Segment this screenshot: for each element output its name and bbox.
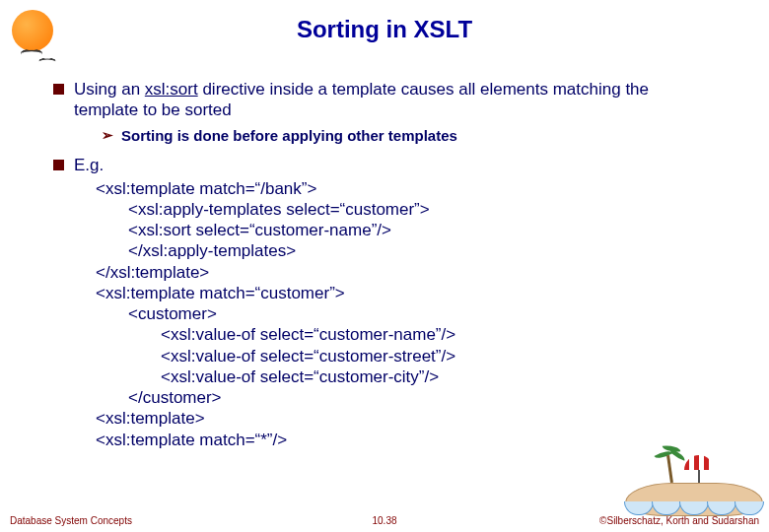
code-line: <xsl:value-of select=“customer-city”/> (96, 366, 716, 387)
arrow-bullet-icon: ➢ (102, 127, 113, 146)
bullet-item: E.g. <xsl:template match=“/bank”> <xsl:a… (53, 155, 716, 450)
code-line: <xsl:template match=“*”/> (96, 430, 716, 450)
bullet-item: Using an xsl:sort directive inside a tem… (53, 79, 716, 145)
sun-decoration (8, 8, 57, 57)
island-shape (625, 483, 763, 516)
code-line: <customer> (96, 303, 716, 324)
palm-tree-icon (668, 455, 671, 483)
bullet-text: E.g. <xsl:template match=“/bank”> <xsl:a… (74, 155, 716, 450)
code-line: </xsl:apply-templates> (96, 240, 716, 261)
code-block: <xsl:template match=“/bank”> <xsl:apply-… (96, 178, 716, 450)
bullet-text: Using an xsl:sort directive inside a tem… (74, 79, 716, 145)
bird-icon (40, 58, 54, 64)
code-line: </xsl:template> (96, 262, 716, 283)
code-line: </customer> (96, 387, 716, 408)
text-fragment: Using an (74, 80, 145, 99)
sub-bullet-item: ➢ Sorting is done before applying other … (102, 127, 716, 146)
underlined-text: xsl:sort (145, 80, 198, 99)
example-label: E.g. (74, 155, 716, 175)
umbrella-icon (698, 459, 700, 485)
code-line: <xsl:template match=“customer”> (96, 283, 716, 303)
square-bullet-icon (53, 160, 64, 170)
slide-title: Sorting in XSLT (0, 0, 769, 43)
footer-right: ©Silberschatz, Korth and Sudarshan (599, 515, 759, 526)
code-line: <xsl:apply-templates select=“customer”> (96, 199, 716, 220)
slide-footer: Database System Concepts 10.38 ©Silbersc… (0, 515, 769, 526)
island-decoration (625, 453, 763, 516)
slide-content: Using an xsl:sort directive inside a tem… (0, 43, 769, 450)
sub-bullet-text: Sorting is done before applying other te… (121, 127, 457, 146)
code-line: <xsl:value-of select=“customer-street”/> (96, 346, 716, 366)
code-line: <xsl:sort select=“customer-name”/> (96, 220, 716, 240)
footer-left: Database System Concepts (10, 515, 132, 526)
bird-icon (23, 49, 40, 56)
square-bullet-icon (53, 84, 64, 95)
code-line: <xsl:template> (96, 408, 716, 429)
code-line: <xsl:template match=“/bank”> (96, 178, 716, 199)
code-line: <xsl:value-of select=“customer-name”/> (96, 324, 716, 345)
slide-number: 10.38 (372, 515, 396, 526)
sun-icon (12, 10, 53, 51)
